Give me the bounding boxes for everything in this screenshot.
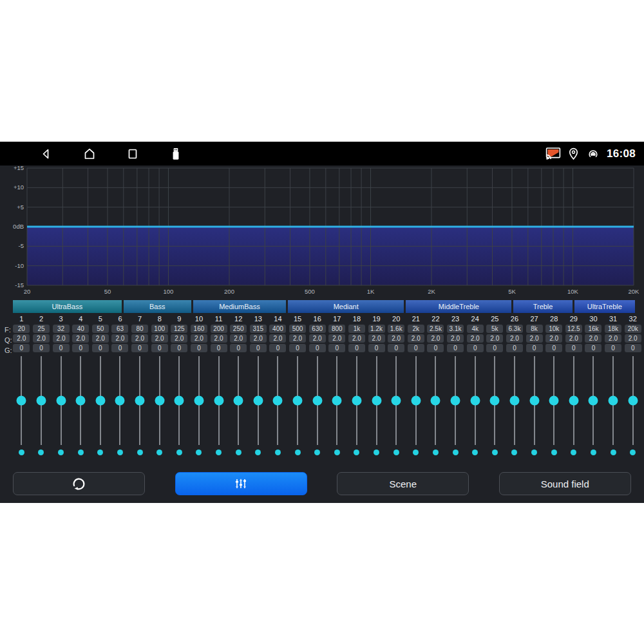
f-value[interactable]: 12.5 — [565, 325, 582, 333]
g-value[interactable]: 0 — [605, 344, 621, 352]
slider-thumb[interactable] — [509, 396, 519, 406]
slider-thumb[interactable] — [470, 396, 480, 406]
q-value[interactable]: 2.0 — [250, 334, 267, 343]
g-value[interactable]: 0 — [250, 344, 267, 352]
gain-slider-28[interactable] — [544, 356, 564, 445]
sound-field-button[interactable]: Sound field — [499, 472, 631, 495]
gain-slider-14[interactable] — [268, 356, 288, 445]
slider-thumb[interactable] — [155, 396, 164, 406]
slider-thumb[interactable] — [194, 396, 204, 406]
q-value[interactable]: 2.0 — [53, 334, 70, 343]
f-value[interactable]: 2k — [408, 325, 424, 333]
f-value[interactable]: 630 — [309, 325, 326, 333]
slider-thumb[interactable] — [115, 396, 125, 406]
gain-slider-22[interactable] — [426, 356, 446, 445]
g-value[interactable]: 0 — [92, 344, 109, 352]
gain-slider-11[interactable] — [209, 356, 229, 445]
slider-thumb[interactable] — [589, 396, 598, 406]
q-value[interactable]: 2.0 — [92, 334, 109, 343]
f-value[interactable]: 1.2k — [368, 325, 385, 333]
q-value[interactable]: 2.0 — [171, 334, 187, 343]
slider-thumb[interactable] — [392, 396, 401, 406]
q-value[interactable]: 2.0 — [269, 334, 286, 343]
slider-thumb[interactable] — [312, 396, 322, 406]
band-tab-ultrabass[interactable]: UltraBass — [13, 300, 122, 313]
f-value[interactable]: 8k — [526, 325, 543, 333]
slider-thumb[interactable] — [569, 396, 578, 406]
f-value[interactable]: 4k — [467, 325, 484, 333]
q-value[interactable]: 2.0 — [506, 334, 523, 343]
g-value[interactable]: 0 — [368, 344, 385, 352]
f-value[interactable]: 3.1k — [447, 325, 464, 333]
f-value[interactable]: 80 — [131, 325, 148, 333]
slider-thumb[interactable] — [431, 396, 440, 406]
g-value[interactable]: 0 — [447, 344, 464, 352]
band-tab-ultratreble[interactable]: UltraTreble — [574, 300, 635, 313]
equalizer-tab-button[interactable] — [175, 472, 307, 495]
gain-slider-30[interactable] — [583, 356, 603, 445]
g-value[interactable]: 0 — [408, 344, 424, 352]
slider-thumb[interactable] — [411, 396, 421, 406]
gain-slider-26[interactable] — [505, 356, 525, 445]
gain-slider-13[interactable] — [249, 356, 269, 445]
f-value[interactable]: 18k — [605, 325, 621, 333]
gain-slider-32[interactable] — [623, 356, 643, 445]
g-value[interactable]: 0 — [506, 344, 523, 352]
g-value[interactable]: 0 — [151, 344, 168, 352]
gain-slider-25[interactable] — [485, 356, 505, 445]
g-value[interactable]: 0 — [328, 344, 345, 352]
q-value[interactable]: 2.0 — [605, 334, 621, 343]
gain-slider-2[interactable] — [32, 356, 52, 445]
q-value[interactable]: 2.0 — [625, 334, 641, 343]
band-tab-mediant[interactable]: Mediant — [288, 300, 404, 313]
slider-thumb[interactable] — [293, 396, 303, 406]
q-value[interactable]: 2.0 — [13, 334, 30, 343]
q-value[interactable]: 2.0 — [309, 334, 326, 343]
slider-thumb[interactable] — [253, 396, 263, 406]
slider-thumb[interactable] — [95, 396, 105, 406]
gain-slider-9[interactable] — [169, 356, 189, 445]
q-value[interactable]: 2.0 — [545, 334, 562, 343]
f-value[interactable]: 400 — [269, 325, 286, 333]
q-value[interactable]: 2.0 — [230, 334, 247, 343]
g-value[interactable]: 0 — [565, 344, 582, 352]
g-value[interactable]: 0 — [269, 344, 286, 352]
home-button[interactable] — [81, 146, 98, 162]
reset-button[interactable] — [13, 472, 145, 495]
q-value[interactable]: 2.0 — [585, 334, 601, 343]
g-value[interactable]: 0 — [289, 344, 306, 352]
f-value[interactable]: 10k — [545, 325, 562, 333]
f-value[interactable]: 2.5k — [427, 325, 444, 333]
q-value[interactable]: 2.0 — [348, 334, 365, 343]
gain-slider-23[interactable] — [446, 356, 466, 445]
g-value[interactable]: 0 — [111, 344, 128, 352]
q-value[interactable]: 2.0 — [427, 334, 444, 343]
q-value[interactable]: 2.0 — [191, 334, 207, 343]
g-value[interactable]: 0 — [427, 344, 444, 352]
q-value[interactable]: 2.0 — [467, 334, 484, 343]
g-value[interactable]: 0 — [211, 344, 227, 352]
gain-slider-20[interactable] — [386, 356, 406, 445]
band-tab-mediumbass[interactable]: MediumBass — [193, 300, 286, 313]
band-tab-treble[interactable]: Treble — [513, 300, 572, 313]
band-tab-middletreble[interactable]: MiddleTreble — [406, 300, 511, 313]
recents-button[interactable] — [124, 146, 141, 162]
slider-thumb[interactable] — [609, 396, 618, 406]
gain-slider-27[interactable] — [524, 356, 544, 445]
g-value[interactable]: 0 — [33, 344, 50, 352]
g-value[interactable]: 0 — [230, 344, 247, 352]
band-tab-bass[interactable]: Bass — [124, 300, 191, 313]
gain-slider-16[interactable] — [307, 356, 327, 445]
q-value[interactable]: 2.0 — [408, 334, 424, 343]
slider-thumb[interactable] — [273, 396, 283, 406]
g-value[interactable]: 0 — [171, 344, 187, 352]
gain-slider-18[interactable] — [347, 356, 367, 445]
gain-slider-19[interactable] — [366, 356, 386, 445]
g-value[interactable]: 0 — [72, 344, 89, 352]
slider-thumb[interactable] — [76, 396, 86, 406]
gain-slider-24[interactable] — [465, 356, 485, 445]
g-value[interactable]: 0 — [625, 344, 641, 352]
gain-slider-15[interactable] — [288, 356, 308, 445]
q-value[interactable]: 2.0 — [131, 334, 148, 343]
gain-slider-29[interactable] — [564, 356, 584, 445]
